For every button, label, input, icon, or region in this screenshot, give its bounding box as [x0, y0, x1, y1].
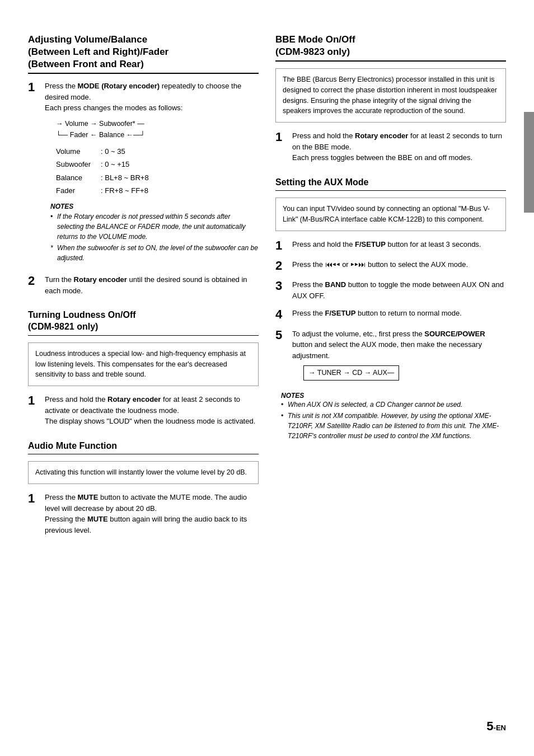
step-num-2: 2: [28, 274, 40, 296]
note-item-asterisk: When the subwoofer is set to ON, the lev…: [50, 243, 259, 263]
step-5-aux: 5 To adjust the volume, etc., first pres…: [275, 328, 506, 385]
step-num-1-loudness: 1: [28, 394, 40, 427]
note-aux-2: This unit is not XM compatible. However,…: [281, 411, 506, 441]
step-1-volume: 1 Press the MODE (Rotary encoder) repeat…: [28, 81, 259, 267]
notes-title: NOTES: [50, 201, 259, 212]
section-volume-balance-fader: Adjusting Volume/Balance(Between Left an…: [28, 34, 259, 296]
note-item: If the Rotary encoder is not pressed wit…: [50, 212, 259, 242]
step-1-bbe: 1 Press and hold the Rotary encoder for …: [275, 130, 506, 163]
volume-diagram: → Volume → Subwoofer* — └— Fader ← Balan…: [56, 118, 259, 140]
step-1-mute: 1 Press the MUTE button to activate the …: [28, 492, 259, 536]
step-2-aux: 2 Press the ⏮◀◀ or ▶▶⏭ button to select …: [275, 259, 506, 273]
band-bold: BAND: [325, 280, 346, 289]
page-num-suffix: -EN: [494, 724, 506, 732]
bbe-infobox: The BBE (Barcus Berry Electronics) proce…: [275, 68, 506, 123]
notes-aux-list: When AUX ON is selected, a CD Changer ca…: [281, 400, 506, 441]
fsetup-bold-2: F/SETUP: [325, 309, 356, 317]
left-column: Adjusting Volume/Balance(Between Left an…: [28, 34, 259, 722]
rotary-bold-bbe: Rotary encoder: [355, 132, 408, 140]
step-content-2: Turn the Rotary encoder until the desire…: [45, 274, 259, 296]
step-num-4-aux: 4: [275, 308, 288, 321]
notes-aux: NOTES When AUX ON is selected, a CD Chan…: [275, 392, 506, 441]
step-content-2-aux: Press the ⏮◀◀ or ▶▶⏭ button to select th…: [292, 259, 506, 273]
step-content-1: Press the MODE (Rotary encoder) repeated…: [45, 81, 259, 267]
step-1-aux: 1 Press and hold the F/SETUP button for …: [275, 239, 506, 252]
step-1-loudness: 1 Press and hold the Rotary encoder for …: [28, 394, 259, 427]
fsetup-bold-1: F/SETUP: [355, 240, 386, 248]
step-3-aux: 3 Press the BAND button to toggle the mo…: [275, 279, 506, 301]
step-num-5-aux: 5: [275, 328, 288, 385]
step-num-1: 1: [28, 81, 40, 267]
mode-bold: MODE (Rotary encoder): [78, 82, 160, 90]
aux-infobox: You can input TV/video sound by connecti…: [275, 198, 506, 231]
loudness-infobox: Loudness introduces a special low- and h…: [28, 342, 259, 386]
aux-diagram: → TUNER → CD → AUX—: [303, 365, 506, 381]
section-volume-title: Adjusting Volume/Balance(Between Left an…: [28, 34, 259, 74]
step-content-3-aux: Press the BAND button to toggle the mode…: [292, 279, 506, 301]
rotary-bold-loudness: Rotary encoder: [107, 395, 161, 403]
step-content-5-aux: To adjust the volume, etc., first press …: [292, 328, 506, 385]
step-content-1-aux: Press and hold the F/SETUP button for at…: [292, 239, 506, 252]
note-aux-1: When AUX ON is selected, a CD Changer ca…: [281, 400, 506, 410]
step-num-3-aux: 3: [275, 279, 288, 301]
rotary-bold: Rotary encoder: [74, 275, 127, 284]
section-loudness: Turning Loudness On/Off(CDM-9821 only) L…: [28, 309, 259, 426]
step-content-1-mute: Press the MUTE button to activate the MU…: [45, 492, 259, 536]
step-num-2-aux: 2: [275, 259, 288, 273]
section-mute-title: Audio Mute Function: [28, 440, 259, 455]
page-tab: [524, 112, 534, 213]
page-num-value: 5: [486, 719, 493, 733]
mute-bold-2: MUTE: [87, 515, 108, 523]
section-mute: Audio Mute Function Activating this func…: [28, 440, 259, 536]
notes-list: If the Rotary encoder is not pressed wit…: [50, 212, 259, 263]
section-bbe-title: BBE Mode On/Off(CDM-9823 only): [275, 34, 506, 62]
page-number: 5-EN: [486, 719, 506, 734]
step-2-volume: 2 Turn the Rotary encoder until the desi…: [28, 274, 259, 296]
section-bbe: BBE Mode On/Off(CDM-9823 only) The BBE (…: [275, 34, 506, 163]
step-num-1-bbe: 1: [275, 130, 288, 163]
step-content-1-bbe: Press and hold the Rotary encoder for at…: [292, 130, 506, 163]
section-loudness-title: Turning Loudness On/Off(CDM-9821 only): [28, 309, 259, 336]
notes-volume: NOTES If the Rotary encoder is not press…: [45, 201, 259, 263]
source-bold: SOURCE/POWER: [424, 330, 485, 338]
mode-table: Volume: 0 ~ 35 Subwoofer: 0 ~ +15 Balanc…: [56, 145, 259, 198]
section-aux-title: Setting the AUX Mode: [275, 177, 506, 191]
notes-aux-title: NOTES: [281, 392, 506, 400]
step-4-aux: 4 Press the F/SETUP button to return to …: [275, 308, 506, 321]
step-content-4-aux: Press the F/SETUP button to return to no…: [292, 308, 506, 321]
step-content-1-loudness: Press and hold the Rotary encoder for at…: [45, 394, 259, 427]
section-aux: Setting the AUX Mode You can input TV/vi…: [275, 177, 506, 441]
mute-infobox: Activating this function will instantly …: [28, 461, 259, 484]
right-column: BBE Mode On/Off(CDM-9823 only) The BBE (…: [275, 34, 506, 722]
page: Adjusting Volume/Balance(Between Left an…: [0, 0, 534, 756]
mute-bold-1: MUTE: [78, 493, 99, 501]
step-num-1-mute: 1: [28, 492, 40, 536]
step-num-1-aux: 1: [275, 239, 288, 252]
